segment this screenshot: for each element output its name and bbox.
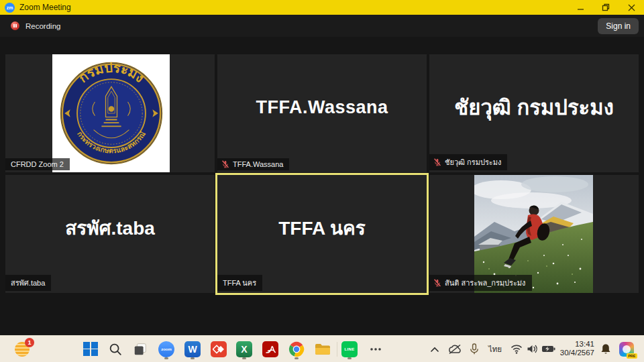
window-title: Zoom Meeting — [19, 3, 71, 12]
taskbar-anydesk-button[interactable] — [209, 339, 229, 359]
running-indicator — [191, 357, 195, 359]
participant-tile-chaiwut[interactable]: ชัยวุฒิ กรมประมง ชัยวุฒิ กรมประมง — [429, 54, 639, 172]
tray-clock[interactable]: 13:41 30/4/2567 — [560, 340, 594, 359]
search-icon — [108, 342, 123, 357]
display-name: TFFA นคร — [217, 175, 427, 281]
close-icon — [628, 4, 635, 11]
speaker-icon — [527, 344, 539, 354]
search-button[interactable] — [105, 339, 125, 359]
tray-battery-button[interactable] — [539, 339, 559, 359]
participant-name-tag: สรพัศ.taba — [5, 275, 51, 291]
windows-taskbar: 1 zoom W — [0, 335, 644, 362]
muted-mic-icon — [433, 279, 441, 287]
taskbar-separator — [337, 342, 337, 357]
taskbar-line-button[interactable]: LINE — [339, 339, 360, 359]
participant-name: CFRDD Zoom 2 — [11, 160, 64, 168]
participant-name-tag: TFFA นคร — [217, 275, 262, 291]
close-button[interactable] — [619, 0, 644, 15]
zoom-meeting-window: zm Zoom Meeting Recording Sign in — [0, 0, 644, 362]
participant-name: สรพัศ.taba — [11, 277, 45, 289]
participant-tile-santi[interactable]: สันติ สาระพล_กรมประมง — [429, 175, 639, 293]
notification-count-badge: 1 — [25, 338, 34, 347]
restore-button[interactable] — [593, 0, 619, 15]
running-indicator — [294, 357, 299, 359]
windows-logo-icon — [83, 342, 98, 357]
restore-icon — [602, 3, 610, 11]
meeting-stage: กรมประมง กระทรวงเกษตรและสหกรณ์ — [0, 37, 644, 335]
participant-tile-cfrdd[interactable]: กรมประมง กระทรวงเกษตรและสหกรณ์ — [5, 54, 215, 172]
participant-name: TFFA นคร — [223, 277, 256, 289]
display-name: TFFA.Wassana — [217, 54, 427, 160]
copilot-pre-badge: PRE — [627, 353, 637, 359]
display-name: สรพัศ.taba — [5, 175, 215, 281]
taskbar-explorer-button[interactable] — [313, 339, 333, 359]
recording-label: Recording — [25, 22, 60, 30]
tray-onedrive-button[interactable] — [445, 339, 465, 359]
wifi-icon — [511, 345, 523, 354]
clock-date: 30/4/2567 — [560, 349, 594, 359]
participant-name: ชัยวุฒิ กรมประมง — [445, 156, 501, 168]
taskbar-chrome-button[interactable] — [286, 339, 307, 359]
zoom-app-icon: zm — [5, 3, 15, 13]
folder-icon — [315, 343, 331, 356]
recording-indicator-icon[interactable] — [11, 21, 19, 30]
participant-tile-sorapat[interactable]: สรพัศ.taba สรพัศ.taba — [5, 175, 215, 293]
line-icon: LINE — [341, 341, 358, 357]
sign-in-button[interactable]: Sign in — [598, 18, 639, 34]
word-icon: W — [184, 341, 201, 357]
meeting-status-bar: Recording Sign in — [0, 15, 644, 37]
clock-time: 13:41 — [560, 340, 594, 349]
running-indicator — [242, 357, 246, 359]
sticker-notification-icon: 1 — [15, 342, 30, 357]
minimize-button[interactable] — [568, 0, 593, 15]
taskbar-excel-button[interactable]: X — [234, 339, 254, 359]
taskbar-acrobat-button[interactable] — [260, 339, 280, 359]
ellipsis-icon — [370, 347, 382, 351]
participant-name-tag: CFRDD Zoom 2 — [5, 158, 70, 170]
participant-name-tag: TFFA.Wassana — [217, 158, 289, 170]
onedrive-paused-icon — [447, 344, 462, 355]
display-name: ชัยวุฒิ กรมประมง — [429, 54, 639, 160]
notification-app-button[interactable]: 1 — [12, 339, 32, 359]
tray-language-button[interactable]: ไทย — [485, 339, 505, 359]
tray-copilot-button[interactable]: PRE — [616, 339, 637, 359]
participant-name-tag: สันติ สาระพล_กรมประมง — [429, 275, 532, 291]
tray-microphone-button[interactable] — [464, 339, 484, 359]
task-view-button[interactable] — [130, 339, 150, 359]
participant-tile-wassana[interactable]: TFFA.Wassana TFFA.Wassana — [217, 54, 427, 172]
battery-charging-icon — [541, 345, 556, 353]
participant-name-tag: ชัยวุฒิ กรมประมง — [429, 154, 507, 170]
microphone-icon — [470, 343, 479, 355]
acrobat-icon — [262, 341, 278, 357]
running-indicator — [347, 357, 352, 359]
participant-name: สันติ สาระพล_กรมประมง — [445, 277, 526, 289]
excel-icon: X — [236, 341, 252, 357]
taskbar-word-button[interactable]: W — [182, 339, 203, 359]
fisheries-logo-image: กรมประมง กระทรวงเกษตรและสหกรณ์ — [52, 54, 170, 172]
chrome-icon — [288, 341, 305, 357]
participant-name: TFFA.Wassana — [233, 160, 283, 168]
tray-notifications-button[interactable] — [596, 339, 616, 359]
start-button[interactable] — [80, 339, 101, 359]
copilot-icon: PRE — [619, 342, 634, 357]
language-indicator: ไทย — [488, 343, 502, 355]
taskbar-more-button[interactable] — [366, 339, 386, 359]
window-titlebar: zm Zoom Meeting — [0, 0, 644, 15]
minimize-icon — [577, 4, 584, 11]
chevron-up-icon — [430, 346, 439, 353]
red-diamond-app-icon — [211, 341, 227, 357]
video-grid: กรมประมง กระทรวงเกษตรและสหกรณ์ — [5, 54, 639, 293]
zoom-icon: zoom — [158, 341, 174, 357]
tray-show-hidden-button[interactable] — [425, 339, 445, 359]
task-view-icon — [133, 342, 148, 357]
muted-mic-icon — [221, 160, 229, 168]
bell-icon — [600, 343, 611, 355]
participant-tile-tffa-nakhon[interactable]: TFFA นคร TFFA นคร — [217, 175, 427, 293]
taskbar-zoom-button[interactable]: zoom — [156, 339, 176, 359]
muted-mic-icon — [433, 158, 441, 166]
running-indicator — [164, 357, 168, 359]
fisheries-department-seal: กรมประมง กระทรวงเกษตรและสหกรณ์ — [56, 58, 167, 169]
